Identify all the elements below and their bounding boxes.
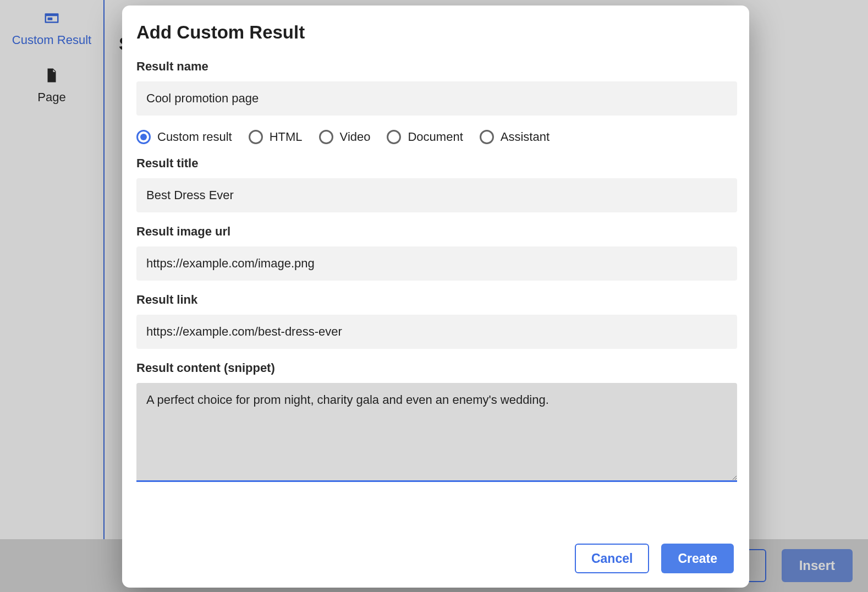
radio-html[interactable]: HTML: [249, 130, 303, 144]
radio-label: HTML: [270, 130, 303, 144]
radio-icon: [387, 130, 401, 144]
result-content-textarea[interactable]: [136, 383, 737, 482]
radio-assistant[interactable]: Assistant: [480, 130, 550, 144]
result-image-url-input[interactable]: [136, 246, 737, 281]
radio-label: Custom result: [157, 130, 232, 144]
add-custom-result-modal: Add Custom Result Result name Custom res…: [122, 6, 749, 588]
label-result-title: Result title: [136, 156, 737, 171]
modal-footer: Cancel Create: [122, 531, 749, 588]
radio-label: Video: [340, 130, 371, 144]
create-button[interactable]: Create: [661, 544, 734, 573]
radio-label: Assistant: [501, 130, 550, 144]
result-title-input[interactable]: [136, 178, 737, 212]
cancel-button[interactable]: Cancel: [575, 544, 649, 573]
result-name-input[interactable]: [136, 81, 737, 116]
radio-icon: [319, 130, 333, 144]
radio-icon: [136, 130, 151, 144]
label-result-content: Result content (snippet): [136, 361, 737, 375]
result-type-radio-group: Custom result HTML Video Document Assist…: [136, 130, 737, 144]
radio-label: Document: [408, 130, 463, 144]
label-result-image-url: Result image url: [136, 224, 737, 239]
radio-video[interactable]: Video: [319, 130, 371, 144]
modal-body: Add Custom Result Result name Custom res…: [122, 6, 749, 531]
radio-document[interactable]: Document: [387, 130, 463, 144]
label-result-link: Result link: [136, 293, 737, 307]
label-result-name: Result name: [136, 59, 737, 74]
modal-title: Add Custom Result: [136, 22, 737, 43]
radio-icon: [249, 130, 263, 144]
result-link-input[interactable]: [136, 315, 737, 349]
radio-custom-result[interactable]: Custom result: [136, 130, 232, 144]
radio-icon: [480, 130, 494, 144]
